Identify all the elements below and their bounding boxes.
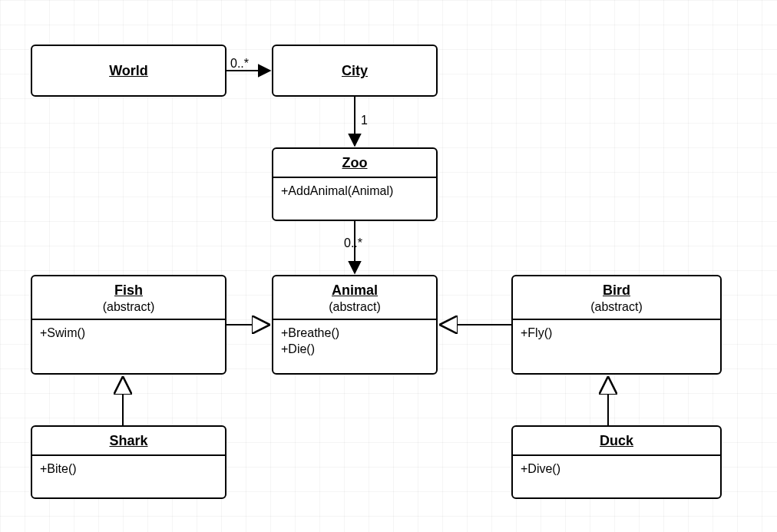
op-bird-fly: +Fly() — [521, 325, 713, 342]
op-fish-swim: +Swim() — [40, 325, 217, 342]
class-fish-stereo: (abstract) — [37, 299, 220, 314]
class-bird-name: Bird — [517, 283, 716, 299]
class-zoo-ops: +AddAnimal(Animal) — [273, 178, 436, 206]
class-city-name: City — [342, 63, 368, 80]
label-city-zoo: 1 — [361, 114, 368, 127]
class-duck-name: Duck — [600, 433, 633, 448]
class-city[interactable]: City — [272, 45, 438, 97]
class-shark-ops: +Bite() — [32, 456, 225, 484]
op-zoo-addanimal: +AddAnimal(Animal) — [281, 183, 428, 200]
class-shark[interactable]: Shark +Bite() — [31, 425, 226, 499]
label-zoo-animal: 0..* — [344, 236, 362, 250]
op-animal-breathe: +Breathe() — [281, 325, 428, 342]
class-bird[interactable]: Bird (abstract) +Fly() — [511, 275, 722, 375]
class-fish-ops: +Swim() — [32, 320, 225, 348]
class-fish[interactable]: Fish (abstract) +Swim() — [31, 275, 226, 375]
class-bird-stereo: (abstract) — [517, 299, 716, 314]
op-animal-die: +Die() — [281, 341, 428, 358]
class-animal-ops: +Breathe() +Die() — [273, 320, 436, 364]
diagram-canvas: World City Zoo +AddAnimal(Animal) Animal… — [0, 0, 777, 532]
class-zoo-name: Zoo — [342, 155, 368, 170]
class-zoo[interactable]: Zoo +AddAnimal(Animal) — [272, 147, 438, 221]
class-world[interactable]: World — [31, 45, 226, 97]
class-fish-name: Fish — [37, 283, 220, 299]
class-animal[interactable]: Animal (abstract) +Breathe() +Die() — [272, 275, 438, 375]
class-duck[interactable]: Duck +Dive() — [511, 425, 722, 499]
class-animal-stereo: (abstract) — [278, 299, 431, 314]
label-world-city: 0..* — [230, 57, 249, 71]
class-animal-name: Animal — [278, 283, 431, 299]
class-world-name: World — [109, 63, 148, 80]
op-shark-bite: +Bite() — [40, 461, 217, 477]
class-bird-ops: +Fly() — [513, 320, 720, 348]
op-duck-dive: +Dive() — [521, 461, 713, 477]
class-shark-name: Shark — [109, 433, 147, 448]
class-duck-ops: +Dive() — [513, 456, 720, 484]
